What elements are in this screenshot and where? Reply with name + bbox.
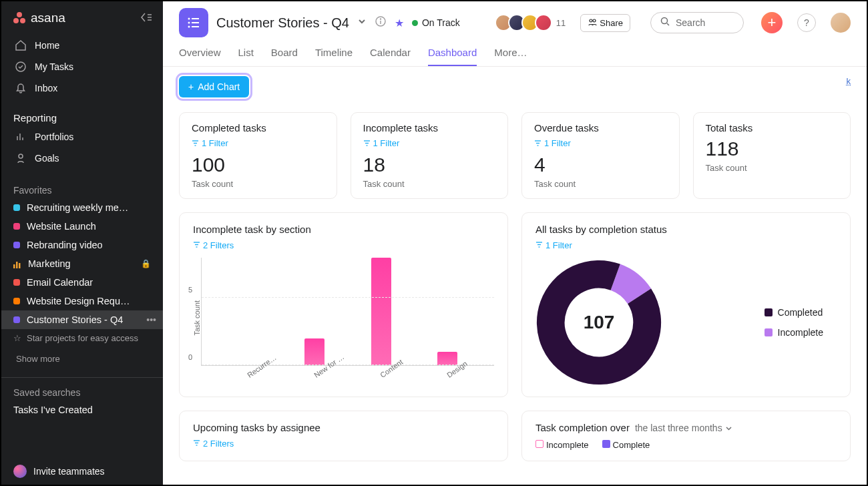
header: Customer Stories - Q4 ★ On Track 11: [163, 1, 867, 67]
completion-over-time-chart[interactable]: Task completion over the last three mont…: [521, 411, 851, 461]
sidebar-section-favorites: Favorites: [1, 176, 163, 198]
tab-list[interactable]: List: [238, 47, 254, 66]
sidebar-item-home[interactable]: Home: [8, 35, 156, 56]
project-color-icon: [13, 223, 20, 230]
search-icon: [660, 17, 670, 29]
date-range-select[interactable]: the last three months: [635, 423, 732, 433]
svg-line-26: [667, 23, 669, 25]
chart-title: All tasks by completion status: [535, 224, 837, 235]
stat-title: Incomplete tasks: [363, 122, 496, 134]
completion-legend: IncompleteComplete: [535, 440, 837, 450]
stat-title: Completed tasks: [192, 122, 324, 134]
info-icon[interactable]: [375, 15, 387, 30]
donut-chart: 107: [535, 259, 662, 386]
avatar: [535, 14, 552, 31]
sidebar-item-goals[interactable]: Goals: [8, 148, 156, 169]
tab-dashboard[interactable]: Dashboard: [428, 47, 477, 66]
star-icon[interactable]: ★: [395, 17, 404, 29]
stat-card[interactable]: Overdue tasks1 Filter4Task count: [521, 112, 680, 199]
omnibutton[interactable]: +: [761, 12, 783, 33]
favorite-label: Marketing: [28, 258, 134, 269]
stat-card[interactable]: Completed tasks1 Filter100Task count: [179, 112, 337, 199]
saved-search-item[interactable]: Tasks I've Created: [1, 401, 163, 419]
stat-sub: Task count: [706, 163, 839, 173]
star-projects-hint[interactable]: ☆ Star projects for easy access: [1, 329, 163, 347]
avatar-count: 11: [556, 18, 566, 28]
invite-teammates-button[interactable]: Invite teammates: [1, 458, 163, 485]
upcoming-by-assignee-chart[interactable]: Upcoming tasks by assignee 2 Filters: [179, 411, 508, 461]
svg-point-23: [590, 19, 592, 22]
chart-icon: [13, 260, 21, 268]
project-color-icon: [13, 316, 20, 323]
svg-rect-13: [19, 263, 21, 268]
show-more-link[interactable]: Show more: [1, 347, 163, 371]
stat-sub: Task count: [363, 179, 496, 189]
home-icon: [15, 39, 27, 51]
stat-title: Overdue tasks: [534, 122, 667, 134]
sidebar-item-portfolios[interactable]: Portfolios: [8, 126, 156, 148]
favorite-item[interactable]: Website Design Requ…: [1, 292, 163, 310]
portfolio-icon: [15, 131, 27, 143]
svg-point-0: [17, 12, 22, 17]
svg-point-24: [593, 19, 596, 22]
collapse-sidebar-icon[interactable]: [139, 12, 152, 25]
status-dot-icon: [412, 20, 418, 26]
filter-link[interactable]: 2 Filters: [193, 439, 234, 449]
bar: [437, 352, 457, 365]
stat-card[interactable]: Total tasks118Task count: [693, 112, 851, 199]
project-color-icon: [13, 298, 20, 304]
filter-link[interactable]: 2 Filters: [193, 240, 234, 250]
filter-link[interactable]: 1 Filter: [534, 138, 571, 148]
tab-board[interactable]: Board: [271, 47, 298, 66]
stat-sub: Task count: [534, 179, 667, 189]
svg-point-10: [19, 154, 23, 158]
filter-icon: [193, 240, 200, 250]
sidebar: asana Home My Tasks Inbox Reporting: [1, 1, 163, 485]
project-color-icon: [13, 279, 20, 286]
sidebar-item-inbox[interactable]: Inbox: [8, 77, 156, 99]
favorite-item[interactable]: Email Calendar: [1, 273, 163, 292]
project-status[interactable]: On Track: [412, 17, 460, 28]
user-avatar[interactable]: [831, 13, 851, 33]
favorite-label: Website Launch: [27, 221, 151, 232]
svg-point-25: [662, 18, 668, 24]
sidebar-section-saved-searches: Saved searches: [1, 378, 163, 401]
favorite-item[interactable]: Rebranding video: [1, 236, 163, 254]
share-button[interactable]: Share: [580, 14, 630, 32]
favorite-item[interactable]: Website Launch: [1, 217, 163, 236]
favorite-item[interactable]: Customer Stories - Q4•••: [1, 310, 163, 329]
donut-center-value: 107: [584, 312, 615, 333]
sidebar-item-my-tasks[interactable]: My Tasks: [8, 56, 156, 77]
svg-point-1: [13, 18, 19, 23]
favorite-item[interactable]: Recruiting weekly me…: [1, 198, 163, 217]
logo: asana: [12, 11, 65, 25]
feedback-link[interactable]: k: [847, 76, 851, 86]
ellipsis-icon[interactable]: •••: [146, 314, 156, 325]
stat-card[interactable]: Incomplete tasks1 Filter18Task count: [351, 112, 509, 199]
tab-more[interactable]: More…: [494, 47, 527, 66]
tab-calendar[interactable]: Calendar: [370, 47, 411, 66]
filter-link[interactable]: 1 Filter: [192, 138, 228, 148]
favorite-item[interactable]: Marketing🔒: [1, 254, 163, 273]
filter-link[interactable]: 1 Filter: [363, 138, 400, 148]
tab-timeline[interactable]: Timeline: [315, 47, 353, 66]
favorite-label: Email Calendar: [27, 277, 151, 288]
avatar-stack[interactable]: 11: [499, 14, 566, 31]
legend-item: Completed: [765, 307, 823, 318]
completion-status-chart[interactable]: All tasks by completion status 1 Filter …: [521, 212, 851, 397]
tab-overview[interactable]: Overview: [179, 47, 221, 66]
people-icon: [588, 17, 597, 29]
incomplete-by-section-chart[interactable]: Incomplete task by section 2 Filters Tas…: [179, 212, 508, 397]
chevron-down-icon[interactable]: [357, 17, 367, 29]
bars-container: 05: [201, 258, 494, 366]
dashboard-content: + Add Chart k Completed tasks1 Filter100…: [163, 67, 867, 485]
y-axis-label: Task count: [193, 300, 201, 336]
search-input[interactable]: Search: [650, 12, 744, 33]
bell-icon: [15, 82, 27, 94]
filter-link[interactable]: 1 Filter: [535, 240, 572, 250]
bar: [371, 258, 391, 365]
favorites-list: Recruiting weekly me…Website LaunchRebra…: [1, 198, 163, 329]
help-button[interactable]: ?: [797, 13, 816, 32]
add-chart-button[interactable]: + Add Chart: [179, 76, 249, 97]
filter-icon: [535, 240, 543, 250]
